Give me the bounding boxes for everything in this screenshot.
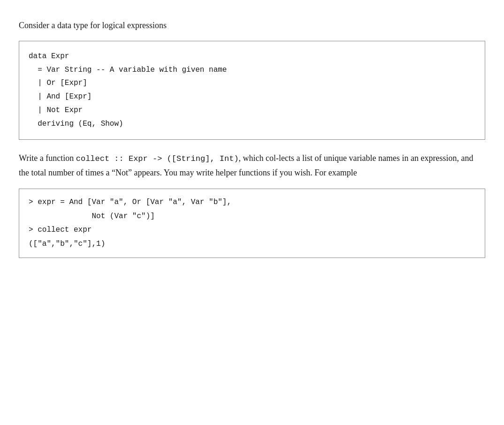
data-type-code-line-1: data Expr = Var String -- A variable wit… bbox=[29, 52, 227, 128]
inline-code-collect: collect :: Expr -> ([String], Int) bbox=[76, 154, 239, 163]
example-code-block: > expr = And [Var "a", Or [Var "a", Var … bbox=[19, 189, 485, 258]
data-type-code-block: data Expr = Var String -- A variable wit… bbox=[19, 41, 485, 140]
prose-paragraph: Write a function collect :: Expr -> ([St… bbox=[19, 151, 485, 180]
intro-text: Consider a data type for logical express… bbox=[19, 19, 485, 32]
